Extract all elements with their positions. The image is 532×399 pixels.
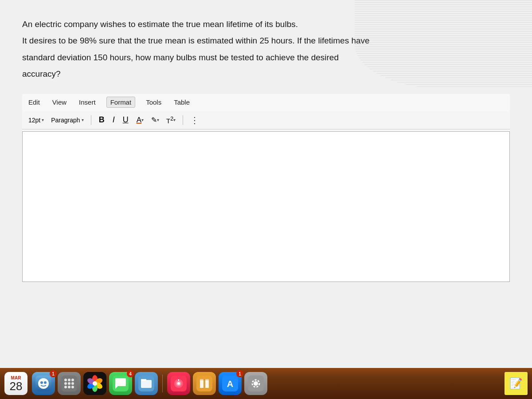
paragraph-chevron: ▾ (82, 117, 84, 122)
svg-rect-25 (141, 379, 146, 381)
question-text: An electric company wishes to estimate t… (22, 18, 510, 81)
underline-button[interactable]: U (121, 114, 131, 125)
svg-point-1 (38, 378, 49, 389)
taskbar-right: 📝 (505, 372, 528, 395)
svg-point-6 (68, 379, 70, 381)
appstore-badge: 1 (236, 370, 243, 377)
files-icon[interactable] (135, 372, 158, 395)
font-size-chevron: ▾ (42, 117, 44, 122)
menu-tools[interactable]: Tools (144, 98, 163, 107)
paragraph-label: Paragraph (51, 117, 80, 124)
menu-edit[interactable]: Edit (27, 98, 42, 107)
font-size-select[interactable]: 12pt ▾ (27, 116, 46, 125)
question-line4: accuracy? (22, 67, 510, 80)
svg-point-2 (40, 381, 43, 384)
music-icon[interactable] (167, 372, 190, 395)
launchpad-icon[interactable] (58, 372, 81, 395)
question-line2: It desires to be 98% sure that the true … (22, 34, 510, 47)
toolbar-divider-2 (183, 115, 183, 125)
editor-toolbar: Edit View Insert Format Tools Table 12pt… (22, 94, 510, 282)
svg-point-12 (68, 386, 70, 388)
taskbar: MAR 28 1 (0, 368, 532, 399)
svg-point-29 (177, 382, 180, 385)
formatting-bar: 12pt ▾ Paragraph ▾ B I U A ▾ ✎ ▾ T2 ▾ (22, 111, 510, 129)
svg-point-10 (71, 382, 74, 385)
superscript-label: T2 (166, 116, 173, 125)
menu-insert[interactable]: Insert (77, 98, 98, 107)
svg-text:A: A (227, 379, 233, 389)
messages-icon[interactable]: 4 (109, 372, 132, 395)
svg-point-11 (64, 386, 67, 388)
settings-icon[interactable] (244, 372, 267, 395)
svg-point-38 (254, 381, 258, 386)
question-line1: An electric company wishes to estimate t… (22, 18, 510, 31)
photos-icon[interactable] (83, 372, 106, 395)
question-line3: standard deviation 150 hours, how many b… (22, 51, 510, 64)
more-options-button[interactable]: ⋮ (188, 114, 201, 126)
font-color-chevron: ▾ (141, 117, 144, 122)
pencil-icon: ✎ (151, 116, 157, 124)
text-editor-area[interactable] (22, 131, 510, 282)
taskbar-sep-1 (162, 375, 163, 392)
appstore-icon[interactable]: A 1 (219, 372, 242, 395)
sticky-note-icon[interactable]: 📝 (505, 372, 528, 395)
menu-table[interactable]: Table (172, 98, 192, 107)
svg-point-5 (64, 379, 67, 381)
messages-badge: 4 (127, 370, 134, 377)
svg-point-8 (64, 382, 67, 385)
svg-rect-31 (196, 376, 212, 391)
svg-point-21 (93, 381, 97, 386)
svg-rect-34 (200, 379, 209, 380)
toolbar-divider-1 (91, 115, 91, 125)
svg-point-13 (71, 386, 74, 388)
menu-bar: Edit View Insert Format Tools Table (22, 94, 510, 110)
svg-point-3 (44, 381, 47, 384)
font-size-value: 12pt (28, 117, 40, 124)
pencil-button[interactable]: ✎ ▾ (149, 115, 161, 125)
more-icon: ⋮ (190, 115, 200, 125)
superscript-chevron: ▾ (173, 117, 176, 122)
main-content: An electric company wishes to estimate t… (0, 0, 532, 377)
superscript-button[interactable]: T2 ▾ (164, 115, 177, 125)
paragraph-select[interactable]: Paragraph ▾ (49, 116, 85, 125)
pencil-chevron: ▾ (157, 117, 159, 122)
bold-button[interactable]: B (97, 114, 107, 125)
books-icon[interactable] (193, 372, 216, 395)
svg-rect-24 (141, 380, 152, 388)
font-color-button[interactable]: A ▾ (134, 115, 146, 125)
menu-format[interactable]: Format (106, 97, 136, 108)
italic-button[interactable]: I (110, 114, 117, 125)
taskbar-day: 28 (10, 380, 23, 392)
finder-icon[interactable]: 1 (32, 372, 55, 395)
menu-view[interactable]: View (51, 98, 68, 107)
svg-point-7 (71, 379, 74, 381)
taskbar-date[interactable]: MAR 28 (4, 372, 27, 395)
finder-badge: 1 (50, 370, 57, 377)
svg-point-9 (68, 382, 70, 385)
